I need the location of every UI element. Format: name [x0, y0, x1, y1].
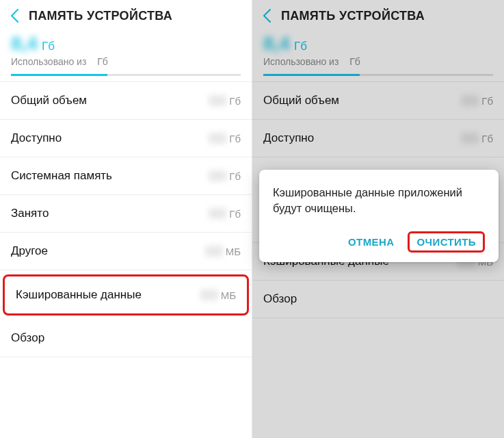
row-label: Доступно: [11, 131, 62, 145]
row-label: Системная память: [11, 169, 112, 183]
hidden-value: [209, 133, 226, 144]
row-label: Общий объем: [11, 94, 87, 107]
row-unit: Гб: [229, 95, 241, 107]
hidden-value: [209, 95, 226, 106]
row-value: Гб: [209, 133, 241, 144]
hidden-value: [209, 208, 226, 219]
usage-subtext: Использовано из Гб: [11, 56, 241, 67]
usage-unit: Гб: [42, 40, 55, 53]
hidden-value: [205, 246, 223, 257]
row-total[interactable]: Общий объем Гб: [0, 82, 252, 120]
hidden-value: [209, 170, 226, 181]
row-label: Другое: [11, 244, 48, 258]
row-system[interactable]: Системная память Гб: [0, 157, 252, 195]
row-value: Гб: [209, 208, 241, 220]
row-unit: Гб: [229, 170, 241, 182]
header: ПАМЯТЬ УСТРОЙСТВА: [0, 0, 252, 30]
row-label: Занято: [11, 207, 49, 220]
dialog-card: Кэшированные данные приложений будут очи…: [259, 170, 499, 262]
storage-progress-bar: [11, 74, 107, 76]
clear-cache-dialog: Кэшированные данные приложений будут очи…: [259, 170, 499, 262]
storage-list: Общий объем Гб Доступно Гб Системная пам…: [0, 82, 252, 357]
row-value: Гб: [209, 95, 241, 107]
dialog-actions: ОТМЕНА ОЧИСТИТЬ: [273, 231, 485, 253]
dialog-message: Кэшированные данные приложений будут очи…: [273, 185, 485, 216]
dialog-confirm-button[interactable]: ОЧИСТИТЬ: [408, 231, 485, 253]
screen-right: ПАМЯТЬ УСТРОЙСТВА 8,4 Гб Использовано из…: [252, 0, 504, 438]
back-icon[interactable]: [10, 8, 19, 23]
usage-subtext-suffix: Гб: [97, 56, 108, 67]
dialog-cancel-button[interactable]: ОТМЕНА: [341, 232, 401, 252]
storage-summary: 8,4 Гб Использовано из Гб: [0, 30, 252, 81]
storage-progress: [11, 74, 241, 76]
screen-left: ПАМЯТЬ УСТРОЙСТВА 8,4 Гб Использовано из…: [0, 0, 252, 438]
row-other[interactable]: Другое МБ: [0, 233, 252, 270]
row-unit: МБ: [226, 246, 241, 257]
row-unit: Гб: [229, 208, 241, 220]
row-unit: МБ: [221, 289, 236, 301]
row-value: Гб: [209, 170, 241, 182]
row-available[interactable]: Доступно Гб: [0, 120, 252, 157]
hidden-value: [200, 289, 218, 300]
row-label: Кэшированные данные: [16, 288, 142, 302]
usage-value: 8,4: [11, 33, 38, 55]
row-unit: Гб: [229, 133, 241, 144]
row-value: МБ: [205, 246, 241, 257]
row-overview[interactable]: Обзор: [0, 320, 252, 357]
row-used[interactable]: Занято Гб: [0, 195, 252, 233]
row-cached[interactable]: Кэшированные данные МБ: [5, 276, 247, 313]
usage-subtext-prefix: Использовано из: [11, 56, 86, 67]
row-label: Обзор: [11, 331, 44, 345]
page-title: ПАМЯТЬ УСТРОЙСТВА: [29, 9, 172, 23]
row-value: МБ: [200, 289, 236, 301]
highlighted-cached-row: Кэшированные данные МБ: [3, 274, 249, 315]
